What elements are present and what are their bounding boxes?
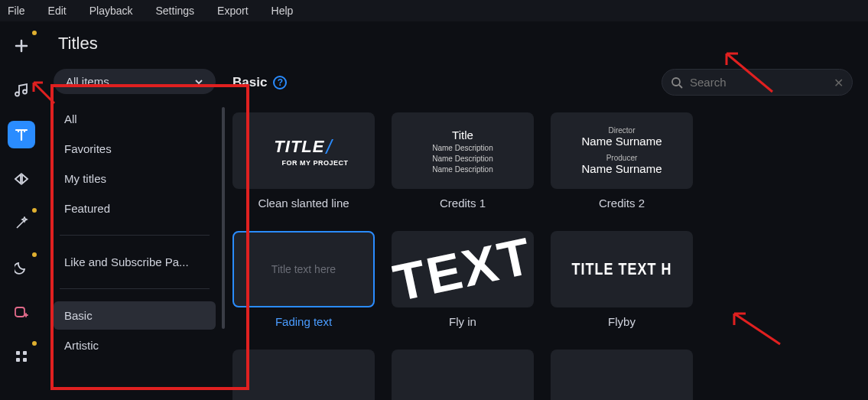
badge-dot-icon bbox=[32, 31, 37, 35]
card-label: Credits 1 bbox=[392, 197, 534, 210]
tool-titles[interactable] bbox=[8, 121, 35, 148]
card-label: Fly in bbox=[392, 315, 534, 328]
tool-audio[interactable] bbox=[8, 76, 35, 104]
sidebar-item-likesubscribe[interactable]: Like and Subscribe Pa... bbox=[54, 248, 216, 276]
card-blank[interactable] bbox=[551, 350, 693, 400]
menu-edit[interactable]: Edit bbox=[48, 5, 67, 17]
menu-help[interactable]: Help bbox=[271, 5, 294, 17]
export-plus-icon bbox=[14, 304, 29, 320]
card-credits-2[interactable]: Director Name Surname Producer Name Surn… bbox=[551, 112, 693, 210]
menu-file[interactable]: File bbox=[8, 5, 25, 17]
sidebar-item-featured[interactable]: Featured bbox=[54, 194, 216, 223]
svg-point-5 bbox=[672, 78, 680, 86]
svg-rect-4 bbox=[23, 358, 27, 362]
tool-export[interactable] bbox=[8, 298, 35, 326]
thumbnail bbox=[551, 350, 693, 400]
badge-dot-icon bbox=[32, 252, 37, 257]
svg-rect-2 bbox=[23, 351, 27, 355]
card-flyby[interactable]: TITLE TEXT H Flyby bbox=[551, 231, 693, 328]
tool-add[interactable] bbox=[8, 32, 35, 60]
content-title: Basic bbox=[232, 75, 267, 90]
svg-rect-0 bbox=[15, 307, 24, 317]
plus-icon bbox=[15, 39, 28, 53]
thumbnail: Title Name Description Name Description … bbox=[392, 112, 534, 189]
card-label: Clean slanted line bbox=[232, 197, 375, 210]
tool-color[interactable] bbox=[8, 254, 35, 281]
dropdown-label: All items bbox=[66, 75, 109, 88]
badge-dot-icon bbox=[32, 341, 37, 346]
help-icon[interactable]: ? bbox=[273, 76, 287, 89]
thumbnail: Title text here bbox=[232, 231, 375, 307]
menu-export[interactable]: Export bbox=[217, 5, 248, 17]
close-icon[interactable]: ✕ bbox=[834, 75, 844, 89]
search-icon bbox=[671, 76, 683, 89]
menu-playback[interactable]: Playback bbox=[89, 5, 133, 17]
slash-icon: / bbox=[326, 135, 331, 159]
title-grid: TITLE / FOR MY PROJECT Clean slanted lin… bbox=[232, 112, 853, 400]
text-icon bbox=[14, 127, 29, 142]
search-field: ✕ bbox=[662, 69, 853, 96]
card-label: Flyby bbox=[551, 315, 693, 328]
category-dropdown[interactable]: All items bbox=[54, 69, 216, 94]
tool-effects[interactable] bbox=[8, 210, 35, 237]
menubar: File Edit Playback Settings Export Help bbox=[0, 0, 868, 21]
moon-icon bbox=[15, 261, 28, 275]
thumbnail bbox=[392, 350, 534, 400]
card-blank[interactable] bbox=[232, 350, 375, 400]
card-label: Credits 2 bbox=[551, 197, 693, 210]
sidebar-item-artistic[interactable]: Artistic bbox=[54, 331, 216, 359]
card-label: Fading text bbox=[232, 315, 375, 328]
panel-title: Titles bbox=[43, 21, 868, 61]
card-fly-in[interactable]: TEXT Fly in bbox=[392, 231, 534, 328]
transitions-icon bbox=[14, 171, 29, 187]
svg-rect-1 bbox=[16, 351, 20, 355]
search-input[interactable] bbox=[662, 69, 853, 96]
thumbnail bbox=[232, 350, 375, 400]
thumbnail: Director Name Surname Producer Name Surn… bbox=[551, 112, 693, 189]
grid-icon bbox=[15, 350, 28, 363]
card-fading-text[interactable]: Title text here Fading text bbox=[232, 231, 375, 328]
toolstrip bbox=[0, 21, 43, 400]
card-credits-1[interactable]: Title Name Description Name Description … bbox=[392, 112, 534, 210]
divider bbox=[60, 288, 210, 289]
sidebar-item-mytitles[interactable]: My titles bbox=[54, 164, 216, 193]
sidebar-item-all[interactable]: All bbox=[54, 105, 216, 133]
wand-icon bbox=[15, 216, 28, 230]
thumbnail: TEXT bbox=[392, 231, 534, 307]
menu-settings[interactable]: Settings bbox=[156, 5, 195, 17]
tool-apps[interactable] bbox=[8, 343, 35, 370]
sidebar-item-basic[interactable]: Basic bbox=[54, 301, 216, 330]
card-clean-slanted-line[interactable]: TITLE / FOR MY PROJECT Clean slanted lin… bbox=[232, 112, 375, 210]
sidebar: All items All Favorites My titles Featur… bbox=[43, 61, 226, 400]
divider bbox=[60, 235, 210, 236]
chevron-down-icon bbox=[194, 77, 203, 86]
card-blank[interactable] bbox=[392, 350, 534, 400]
badge-dot-icon bbox=[32, 208, 37, 213]
scrollbar[interactable] bbox=[222, 107, 225, 337]
thumbnail: TITLE / FOR MY PROJECT bbox=[232, 112, 375, 189]
svg-rect-3 bbox=[16, 358, 20, 362]
sidebar-item-favorites[interactable]: Favorites bbox=[54, 135, 216, 163]
music-icon bbox=[14, 83, 29, 98]
thumbnail: TITLE TEXT H bbox=[551, 231, 693, 307]
tool-transitions[interactable] bbox=[8, 165, 35, 193]
